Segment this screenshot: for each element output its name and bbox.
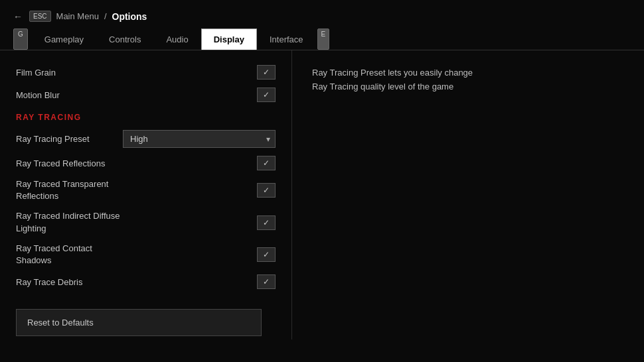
tab-gameplay[interactable]: Gameplay: [32, 29, 96, 50]
main-menu-link[interactable]: Main Menu: [56, 11, 99, 21]
right-panel: Ray Tracing Preset lets you easily chang…: [292, 50, 644, 339]
ray-traced-transparent-check-icon: ✓: [263, 186, 270, 195]
film-grain-checkbox[interactable]: ✓: [257, 65, 276, 80]
tab-e-badge[interactable]: E: [317, 29, 330, 50]
ray-tracing-preset-select[interactable]: Low Medium High Ultra Custom: [123, 130, 276, 148]
film-grain-check-icon: ✓: [263, 68, 270, 77]
ray-traced-contact-row: Ray Traced Contact Shadows ✓: [16, 239, 276, 271]
reset-defaults-button[interactable]: Reset to Defaults: [16, 309, 262, 336]
motion-blur-row: Motion Blur ✓: [16, 84, 276, 106]
description-text: Ray Tracing Preset lets you easily chang…: [312, 66, 624, 94]
motion-blur-checkbox[interactable]: ✓: [257, 88, 276, 102]
options-title: Options: [112, 11, 147, 22]
main-content: Film Grain ✓ Motion Blur ✓ RAY TRACING R…: [0, 50, 644, 339]
tab-controls[interactable]: Controls: [96, 29, 153, 50]
motion-blur-label: Motion Blur: [16, 90, 60, 100]
ray-tracing-section-header: RAY TRACING: [16, 106, 276, 126]
ray-traced-indirect-check-icon: ✓: [263, 218, 270, 227]
tab-audio[interactable]: Audio: [153, 29, 201, 50]
tab-interface[interactable]: Interface: [257, 29, 316, 50]
ray-traced-reflections-label: Ray Traced Reflections: [16, 158, 105, 168]
ray-traced-indirect-row: Ray Traced Indirect Diffuse Lighting ✓: [16, 206, 276, 238]
ray-tracing-preset-dropdown-wrapper: Low Medium High Ultra Custom ▾: [123, 130, 276, 148]
header: ← ESC Main Menu / Options: [0, 0, 644, 29]
tab-g-badge[interactable]: G: [13, 29, 28, 50]
ray-trace-debris-checkbox[interactable]: ✓: [257, 274, 276, 289]
esc-badge[interactable]: ESC: [29, 11, 51, 22]
ray-traced-indirect-checkbox[interactable]: ✓: [257, 215, 276, 230]
motion-blur-check-icon: ✓: [263, 90, 270, 99]
ray-traced-indirect-label: Ray Traced Indirect Diffuse Lighting: [16, 210, 120, 234]
ray-traced-reflections-checkbox[interactable]: ✓: [257, 156, 276, 170]
ray-traced-contact-checkbox[interactable]: ✓: [257, 247, 276, 262]
nav-tabs: G Gameplay Controls Audio Display Interf…: [0, 29, 644, 50]
ray-trace-debris-row: Ray Trace Debris ✓: [16, 271, 276, 293]
ray-traced-transparent-label: Ray Traced Transparent Reflections: [16, 178, 108, 202]
ray-trace-debris-label: Ray Trace Debris: [16, 277, 82, 287]
film-grain-label: Film Grain: [16, 68, 56, 78]
app-root: ← ESC Main Menu / Options G Gameplay Con…: [0, 0, 644, 339]
film-grain-row: Film Grain ✓: [16, 61, 276, 84]
ray-traced-transparent-checkbox[interactable]: ✓: [257, 183, 276, 198]
ray-traced-contact-check-icon: ✓: [263, 250, 270, 259]
ray-traced-contact-label: Ray Traced Contact Shadows: [16, 243, 92, 267]
ray-traced-transparent-row: Ray Traced Transparent Reflections ✓: [16, 174, 276, 206]
ray-trace-debris-check-icon: ✓: [263, 277, 270, 286]
breadcrumb-separator: /: [104, 11, 107, 21]
ray-traced-reflections-check-icon: ✓: [263, 158, 270, 168]
ray-tracing-preset-row: Ray Tracing Preset Low Medium High Ultra…: [16, 126, 276, 152]
tab-display[interactable]: Display: [201, 29, 257, 50]
back-arrow-icon: ←: [13, 11, 23, 22]
ray-tracing-preset-label: Ray Tracing Preset: [16, 134, 90, 144]
left-panel: Film Grain ✓ Motion Blur ✓ RAY TRACING R…: [0, 50, 292, 339]
ray-traced-reflections-row: Ray Traced Reflections ✓: [16, 152, 276, 174]
